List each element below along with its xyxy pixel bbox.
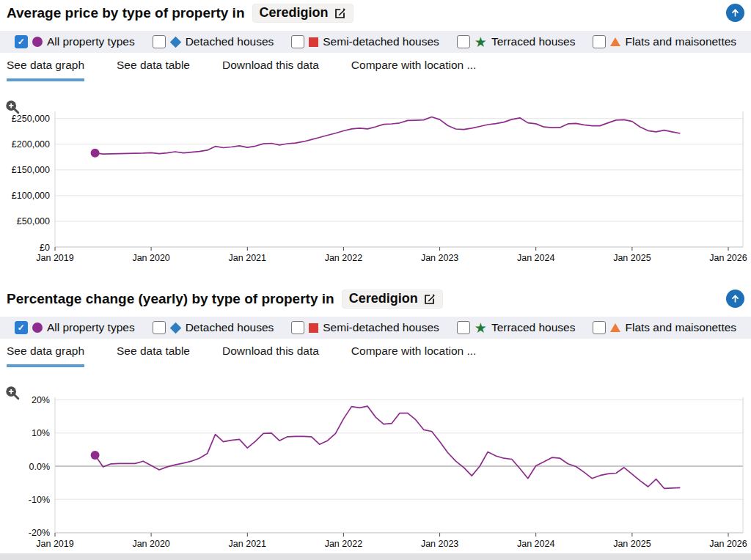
y-axis-label: -10% [29,495,50,505]
legend-item-label: Semi-detached houses [323,321,439,334]
legend-item-label: All property types [47,321,135,334]
legend-item-detached-houses[interactable]: Detached houses [153,35,274,48]
checkbox-checked-icon[interactable] [15,321,28,334]
legend-item-label: Terraced houses [491,321,576,334]
y-axis-label: £100,000 [12,191,50,201]
tab-see-data-table[interactable]: See data table [117,59,190,81]
x-axis-label: Jan 2024 [517,253,554,263]
section-header: Percentage change (yearly) by type of pr… [0,288,751,310]
legend-item-label: Terraced houses [491,35,576,48]
y-axis-label: 10% [32,428,50,438]
y-axis-label: -20% [29,528,50,538]
square-marker-icon [309,37,318,47]
legend-item-label: Detached houses [186,321,274,334]
legend-item-label: Semi-detached houses [323,35,439,48]
legend-item-terraced-houses[interactable]: Terraced houses [457,35,576,48]
edit-pencil-square-icon [424,293,436,305]
percentage-change-section: Percentage change (yearly) by type of pr… [0,286,751,554]
y-axis-label: £0 [40,243,50,253]
x-axis-label: Jan 2022 [325,253,362,263]
uk-hpi-explorer-page: Average price by type of property in Cer… [0,0,751,560]
star-marker-icon [475,323,487,333]
x-axis-label: Jan 2020 [132,539,169,549]
edit-pencil-square-icon [334,7,346,19]
x-axis-label: Jan 2022 [325,539,362,549]
series-start-marker [91,451,100,460]
legend-item-flats-and-maisonettes[interactable]: Flats and maisonettes [593,321,736,334]
x-axis-label: Jan 2020 [132,253,169,263]
legend-item-label: Flats and maisonettes [625,35,736,48]
y-axis-label: 20% [32,395,50,405]
percentage-change-chart: -20%-10%0.0%10%20%Jan 2019Jan 2020Jan 20… [0,381,751,553]
average-price-chart-svg: £0£50,000£100,000£150,000£200,000£250,00… [0,95,751,268]
checkbox-checked-icon[interactable] [15,35,28,48]
x-axis-label: Jan 2019 [36,539,73,549]
zoom-in-icon[interactable] [4,99,21,115]
section-header: Average price by type of property in Cer… [0,2,751,24]
tab-see-data-table[interactable]: See data table [117,345,190,367]
checkbox-unchecked-icon[interactable] [291,35,304,48]
square-marker-icon [309,323,318,333]
legend-item-all-property-types[interactable]: All property types [15,35,135,48]
x-axis-label: Jan 2025 [613,539,651,549]
star-marker-icon [475,37,487,47]
up-arrow-icon [729,7,741,19]
legend-item-flats-and-maisonettes[interactable]: Flats and maisonettes [593,35,736,48]
x-axis-label: Jan 2021 [229,253,266,263]
checkbox-unchecked-icon[interactable] [153,321,166,334]
y-axis-label: £200,000 [12,139,50,150]
checkbox-unchecked-icon[interactable] [457,35,470,48]
diamond-marker-icon [169,36,181,48]
location-name: Ceredigion [260,5,329,21]
legend-item-terraced-houses[interactable]: Terraced houses [457,321,576,334]
x-axis-label: Jan 2026 [709,253,747,263]
circle-marker-icon [32,323,43,333]
page-title: Average price by type of property in Cer… [7,2,353,24]
x-axis-label: Jan 2021 [229,539,266,549]
triangle-marker-icon [610,323,620,332]
checkbox-unchecked-icon[interactable] [457,321,470,334]
location-edit-button[interactable]: Ceredigion [252,4,353,23]
section-title-text: Average price by type of property in [7,2,245,24]
tab-compare-with-location[interactable]: Compare with location ... [351,345,477,367]
legend-item-detached-houses[interactable]: Detached houses [153,321,274,334]
up-arrow-icon [729,292,741,305]
checkbox-unchecked-icon[interactable] [593,35,606,48]
legend-item-label: Flats and maisonettes [625,321,736,334]
legend-item-all-property-types[interactable]: All property types [15,321,135,334]
y-axis-label: £250,000 [12,114,50,124]
tab-compare-with-location[interactable]: Compare with location ... [351,59,477,81]
tab-download-this-data[interactable]: Download this data [222,345,319,367]
y-axis-label: £150,000 [12,165,50,175]
checkbox-unchecked-icon[interactable] [153,35,166,48]
tab-download-this-data[interactable]: Download this data [222,59,319,81]
tabs: See data graph See data table Download t… [7,345,751,367]
tab-see-data-graph[interactable]: See data graph [7,59,84,81]
series-line-all-property-types [95,117,681,155]
footer-band [0,553,751,560]
zoom-in-icon[interactable] [4,385,21,401]
series-start-marker [91,149,100,158]
x-axis-label: Jan 2023 [421,539,458,549]
triangle-marker-icon [610,37,620,46]
legend-bar: All property types Detached houses Semi-… [0,317,751,339]
y-axis-label: £50,000 [17,216,50,226]
diamond-marker-icon [169,322,181,334]
section-title-text: Percentage change (yearly) by type of pr… [7,288,334,310]
scroll-to-top-button[interactable] [726,4,744,22]
checkbox-unchecked-icon[interactable] [593,321,606,334]
x-axis-label: Jan 2019 [36,253,73,263]
legend-item-label: All property types [47,35,135,48]
series-line-all-property-types [95,406,681,488]
tabs: See data graph See data table Download t… [7,59,751,81]
scroll-to-top-button[interactable] [726,290,744,308]
circle-marker-icon [32,37,43,47]
tab-see-data-graph[interactable]: See data graph [7,345,84,367]
legend-item-semi-detached-houses[interactable]: Semi-detached houses [291,321,439,334]
checkbox-unchecked-icon[interactable] [291,321,304,334]
legend-item-label: Detached houses [186,35,274,48]
percentage-change-chart-svg: -20%-10%0.0%10%20%Jan 2019Jan 2020Jan 20… [0,381,751,553]
page-title: Percentage change (yearly) by type of pr… [7,288,443,310]
legend-item-semi-detached-houses[interactable]: Semi-detached houses [291,35,439,48]
location-edit-button[interactable]: Ceredigion [342,290,443,309]
